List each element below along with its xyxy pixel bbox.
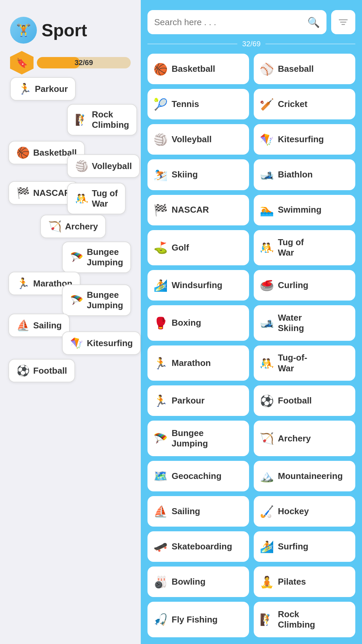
grid-label: Football	[278, 395, 312, 406]
left-sport-item-archery[interactable]: 🏹Archery	[40, 215, 106, 238]
grid-emoji: 🧘	[260, 575, 274, 589]
progress-bar-fill	[37, 57, 80, 68]
left-sport-item-bungee-1[interactable]: 🪂BungeeJumping	[62, 241, 131, 273]
grid-item[interactable]: 🤼Tug-of-War	[254, 345, 355, 381]
grid-label: Tug-of-War	[278, 353, 307, 373]
grid-item[interactable]: 🎿WaterSkiing	[254, 305, 355, 341]
sport-icon: 🏋️	[10, 17, 37, 44]
sport-label: NASCAR	[33, 188, 70, 198]
sport-emoji: ⚽	[16, 364, 30, 377]
grid-item[interactable]: 🤼Tug ofWar	[254, 230, 355, 266]
grid-label: Baseball	[278, 64, 314, 74]
grid-item[interactable]: 🏁NASCAR	[147, 195, 249, 225]
grid-item[interactable]: 🛹Skateboarding	[147, 531, 249, 562]
grid-label: Skiing	[172, 169, 198, 180]
grid-label: Pilates	[278, 577, 306, 587]
grid-label: Boxing	[172, 318, 201, 328]
left-sport-item-tug-of-war[interactable]: 🤼Tug ofWar	[67, 183, 126, 214]
grid-emoji: 🎣	[154, 613, 168, 626]
progress-row: 🔖 32/69	[10, 51, 131, 74]
page-title: Sport	[42, 20, 87, 40]
sport-emoji: 🪁	[70, 337, 83, 350]
grid-emoji: 🥊	[154, 316, 168, 330]
filter-button[interactable]	[331, 10, 355, 34]
grid-item[interactable]: 🏄Windsurfing	[147, 270, 249, 301]
grid-emoji: 🏏	[260, 98, 274, 111]
grid-emoji: 🎾	[154, 98, 168, 111]
grid-item[interactable]: 🏏Cricket	[254, 89, 355, 119]
grid-label: WaterSkiing	[278, 313, 304, 333]
progress-bar-container: 32/69	[37, 57, 131, 68]
grid-item[interactable]: 🗺️Geocaching	[147, 461, 249, 491]
grid-item[interactable]: 🏃Parkour	[147, 385, 249, 416]
grid-label: Tennis	[172, 99, 199, 109]
grid-emoji: ⛳	[154, 241, 168, 254]
grid-label: Surfing	[278, 541, 308, 552]
grid-item[interactable]: 🪂BungeeJumping	[147, 421, 249, 456]
grid-label: Hockey	[278, 506, 309, 517]
left-panel: 🏋️ Sport 🔖 32/69 🏃Parkour🧗RockClimbing🏀B…	[0, 0, 141, 644]
left-sport-item-parkour[interactable]: 🏃Parkour	[10, 77, 76, 101]
grid-item[interactable]: 🪁Kitesurfing	[254, 124, 355, 155]
sport-emoji: 🏹	[48, 220, 62, 233]
sport-label: Parkour	[35, 84, 68, 94]
sport-label: Football	[33, 366, 67, 376]
left-sport-item-kitesurfing[interactable]: 🪁Kitesurfing	[62, 331, 141, 355]
grid-item[interactable]: ⛳Golf	[147, 230, 249, 266]
grid-item[interactable]: 🥌Curling	[254, 270, 355, 301]
grid-item[interactable]: 🧘Pilates	[254, 567, 355, 597]
grid-item[interactable]: 🏔️Mountaineering	[254, 461, 355, 491]
left-sport-item-bungee-2[interactable]: 🪂BungeeJumping	[62, 284, 131, 316]
sport-emoji: 🏀	[16, 146, 30, 159]
grid-item[interactable]: 🏐Volleyball	[147, 124, 249, 155]
grid-emoji: 🏃	[154, 357, 168, 370]
left-sport-item-football[interactable]: ⚽Football	[8, 359, 75, 382]
grid-item[interactable]: ⚾Baseball	[254, 54, 355, 84]
grid-emoji: 🤼	[260, 241, 274, 254]
grid-emoji: ⛵	[154, 505, 168, 518]
grid-label: Windsurfing	[172, 280, 222, 290]
search-input-wrap: 🔍	[147, 10, 326, 34]
grid-emoji: 🏄	[154, 279, 168, 292]
left-sport-item-rock-climbing[interactable]: 🧗RockClimbing	[67, 104, 137, 136]
grid-item[interactable]: 🎾Tennis	[147, 89, 249, 119]
sport-label: Tug ofWar	[92, 188, 118, 209]
grid-emoji: 🏐	[154, 133, 168, 146]
sport-label: RockClimbing	[92, 109, 129, 130]
search-button[interactable]: 🔍	[307, 16, 320, 28]
grid-emoji: 🧗	[260, 613, 274, 626]
grid-emoji: 🏃	[154, 394, 168, 408]
grid-item[interactable]: ⛷️Skiing	[147, 159, 249, 190]
header-area: 🏋️ Sport 🔖 32/69	[0, 0, 141, 81]
grid-item[interactable]: 🏊Swimming	[254, 195, 355, 225]
grid-item[interactable]: 🥊Boxing	[147, 305, 249, 341]
grid-item[interactable]: 🏄Surfing	[254, 531, 355, 562]
grid-item[interactable]: 🎣Fly Fishing	[147, 602, 249, 637]
grid-item[interactable]: 🧗RockClimbing	[254, 602, 355, 637]
title-row: 🏋️ Sport	[10, 17, 131, 44]
grid-item[interactable]: ⛵Sailing	[147, 496, 249, 527]
search-input[interactable]	[154, 17, 307, 28]
grid-label: BungeeJumping	[172, 428, 208, 449]
grid-emoji: 🎿	[260, 168, 274, 181]
sport-grid: 🏀Basketball⚾Baseball🎾Tennis🏏Cricket🏐Voll…	[147, 54, 355, 637]
grid-label: RockClimbing	[278, 609, 315, 630]
grid-label: Curling	[278, 280, 308, 290]
grid-item[interactable]: 🏃Marathon	[147, 345, 249, 381]
grid-item[interactable]: 🎿Biathlon	[254, 159, 355, 190]
grid-emoji: 🪁	[260, 133, 274, 146]
sport-emoji: 🏐	[75, 160, 88, 172]
grid-emoji: 🥌	[260, 279, 274, 292]
grid-item[interactable]: 🏀Basketball	[147, 54, 249, 84]
left-sport-item-sailing[interactable]: ⛵Sailing	[8, 314, 70, 337]
grid-label: Skateboarding	[172, 541, 232, 552]
sport-emoji: ⛵	[16, 319, 30, 332]
grid-emoji: 🏁	[154, 203, 168, 217]
left-sport-item-volleyball[interactable]: 🏐Volleyball	[67, 154, 140, 178]
grid-item[interactable]: 🎳Bowling	[147, 567, 249, 597]
grid-item[interactable]: 🏹Archery	[254, 421, 355, 456]
grid-item[interactable]: ⚽Football	[254, 385, 355, 416]
grid-item[interactable]: 🏑Hockey	[254, 496, 355, 527]
grid-label: Mountaineering	[278, 471, 343, 481]
grid-emoji: 🤼	[260, 357, 274, 370]
